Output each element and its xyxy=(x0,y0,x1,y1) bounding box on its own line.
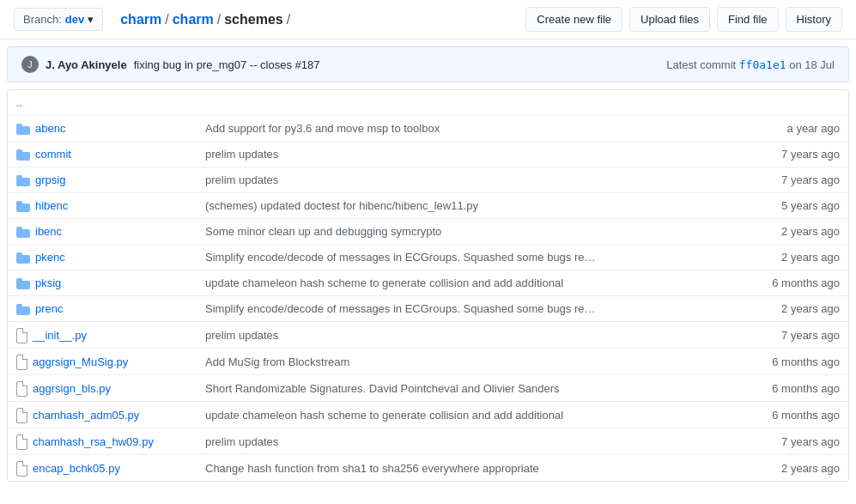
folder-icon xyxy=(16,303,30,315)
cell-name: aggrsign_MuSig.py xyxy=(8,349,197,374)
file-link[interactable]: hibenc xyxy=(35,199,68,212)
file-icon xyxy=(16,408,27,422)
chevron-down-icon: ▾ xyxy=(88,13,94,26)
file-link[interactable]: ibenc xyxy=(35,225,62,238)
breadcrumb-sep-2: / xyxy=(217,12,221,27)
cell-name: pksig xyxy=(8,270,197,295)
cell-name: chamhash_adm05.py xyxy=(8,402,197,428)
cell-time: 7 years ago xyxy=(728,142,848,167)
cell-name: pkenc xyxy=(8,245,197,270)
folder-icon xyxy=(16,123,30,135)
table-row: chamhash_adm05.py update chameleon hash … xyxy=(8,402,848,428)
breadcrumb-root2-link[interactable]: charm xyxy=(173,12,214,27)
table-row: aggrsign_MuSig.py Add MuSig from Blockst… xyxy=(8,349,848,375)
file-link[interactable]: chamhash_rsa_hw09.py xyxy=(33,435,154,448)
cell-time: 6 months ago xyxy=(728,349,848,374)
file-icon xyxy=(16,461,27,475)
table-row: aggrsign_bls.py Short Randomizable Signa… xyxy=(8,375,848,402)
file-icon xyxy=(16,355,27,368)
cell-message: prelim updates xyxy=(197,323,728,348)
cell-name: ibenc xyxy=(8,219,197,244)
file-table: .. abenc Add support for py3.6 and move … xyxy=(7,89,849,482)
file-link[interactable]: pkenc xyxy=(35,251,65,264)
folder-icon xyxy=(16,174,30,186)
table-row: encap_bchk05.py Change hash function fro… xyxy=(8,455,848,481)
breadcrumb-sep-1: / xyxy=(165,12,168,27)
cell-time xyxy=(728,97,848,109)
cell-message: update chameleon hash scheme to generate… xyxy=(197,403,728,428)
table-row: .. xyxy=(8,90,848,116)
cell-time: 2 years ago xyxy=(728,456,848,481)
file-link[interactable]: aggrsign_MuSig.py xyxy=(33,355,128,368)
branch-selector[interactable]: Branch: dev ▾ xyxy=(14,8,103,31)
cell-message: prelim updates xyxy=(197,167,728,192)
cell-name: prenc xyxy=(8,296,197,321)
file-link[interactable]: aggrsign_bls.py xyxy=(33,382,111,395)
parent-dir-link[interactable]: .. xyxy=(16,96,22,109)
cell-name: encap_bchk05.py xyxy=(8,455,197,481)
breadcrumb-root-link[interactable]: charm xyxy=(120,12,161,27)
cell-time: 7 years ago xyxy=(728,167,848,192)
table-row: chamhash_rsa_hw09.py prelim updates 7 ye… xyxy=(8,428,848,455)
find-file-button[interactable]: Find file xyxy=(717,7,779,32)
cell-message: (schemes) updated doctest for hibenc/hib… xyxy=(197,193,728,218)
folder-icon xyxy=(16,200,30,212)
file-link[interactable]: __init__.py xyxy=(33,329,87,342)
cell-name: hibenc xyxy=(8,193,197,218)
table-row: pkenc Simplify encode/decode of messages… xyxy=(8,245,848,270)
cell-time: 6 months ago xyxy=(728,403,848,428)
history-button[interactable]: History xyxy=(786,7,842,32)
cell-message: Simplify encode/decode of messages in EC… xyxy=(197,296,728,321)
folder-icon xyxy=(16,226,30,238)
table-row: prenc Simplify encode/decode of messages… xyxy=(8,296,848,322)
cell-time: 5 years ago xyxy=(728,193,848,218)
table-row: __init__.py prelim updates 7 years ago xyxy=(8,322,848,349)
cell-message: prelim updates xyxy=(197,429,728,454)
upload-files-button[interactable]: Upload files xyxy=(629,7,710,32)
cell-message: Add support for py3.6 and move msp to to… xyxy=(197,116,728,141)
breadcrumb: charm / charm / schemes / xyxy=(120,12,290,27)
breadcrumb-current: schemes xyxy=(224,12,283,27)
file-link[interactable]: prenc xyxy=(35,302,64,315)
cell-time: 2 years ago xyxy=(728,245,848,270)
table-row: pksig update chameleon hash scheme to ge… xyxy=(8,270,848,296)
file-link[interactable]: abenc xyxy=(35,122,65,135)
commit-author: J. Ayo Akinyele xyxy=(46,58,127,71)
commit-hash-link[interactable]: ff0a1e1 xyxy=(739,58,786,71)
cell-message: Simplify encode/decode of messages in EC… xyxy=(197,245,728,270)
cell-time: 7 years ago xyxy=(728,429,848,454)
file-icon xyxy=(16,328,27,342)
commit-on-label: on xyxy=(789,58,801,71)
cell-name: commit xyxy=(8,142,197,167)
folder-icon xyxy=(16,149,30,161)
folder-icon xyxy=(16,252,30,264)
breadcrumb-sep-3: / xyxy=(287,12,290,27)
file-link[interactable]: encap_bchk05.py xyxy=(33,462,120,475)
cell-name: grpsig xyxy=(8,167,197,192)
table-row: grpsig prelim updates 7 years ago xyxy=(8,167,848,193)
table-row: abenc Add support for py3.6 and move msp… xyxy=(8,116,848,142)
file-link[interactable]: grpsig xyxy=(35,173,65,186)
commit-info-left: J J. Ayo Akinyele fixing bug in pre_mg07… xyxy=(21,56,319,73)
create-new-file-button[interactable]: Create new file xyxy=(525,7,622,32)
file-icon xyxy=(16,381,27,395)
folder-icon xyxy=(16,277,30,289)
commit-date: 18 Jul xyxy=(804,58,835,71)
file-link[interactable]: chamhash_adm05.py xyxy=(33,409,139,422)
table-row: ibenc Some minor clean up and debugging … xyxy=(8,219,848,245)
table-row: hibenc (schemes) updated doctest for hib… xyxy=(8,193,848,219)
cell-message: Change hash function from sha1 to sha256… xyxy=(197,456,728,481)
branch-label: Branch: xyxy=(23,13,62,26)
cell-message: update chameleon hash scheme to generate… xyxy=(197,270,728,295)
avatar: J xyxy=(21,56,39,73)
file-link[interactable]: commit xyxy=(35,148,71,161)
cell-message: prelim updates xyxy=(197,142,728,167)
cell-time: a year ago xyxy=(728,116,848,141)
commit-message: fixing bug in pre_mg07 -- closes #187 xyxy=(134,58,320,71)
file-link[interactable]: pksig xyxy=(35,276,61,289)
cell-message: Add MuSig from Blockstream xyxy=(197,349,728,374)
table-row: commit prelim updates 7 years ago xyxy=(8,142,848,167)
file-icon xyxy=(16,434,27,448)
commit-message-text: fixing bug in pre_mg07 -- closes #187 xyxy=(134,58,320,71)
commit-bar: J J. Ayo Akinyele fixing bug in pre_mg07… xyxy=(7,46,849,82)
